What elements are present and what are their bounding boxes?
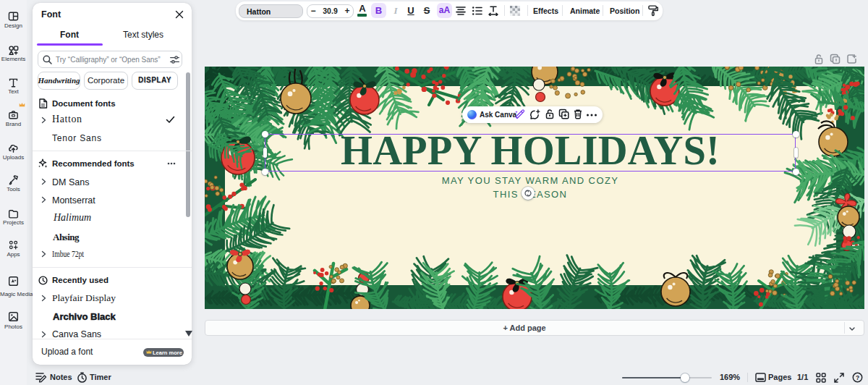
svg-text:?: ? [856, 374, 859, 381]
